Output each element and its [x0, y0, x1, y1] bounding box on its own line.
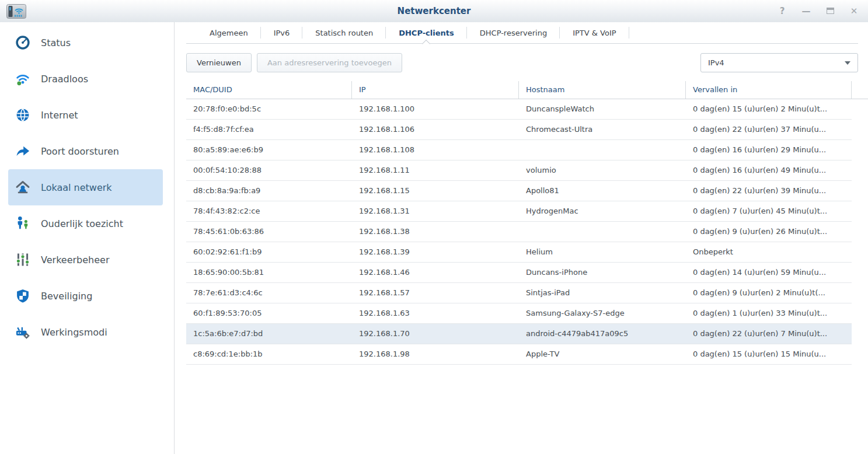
column-header-ip[interactable]: IP [352, 81, 519, 99]
router-app-icon [5, 2, 28, 21]
tab-dhcp-clients[interactable]: DHCP-clients [386, 22, 467, 43]
tab-dhcp-reservering[interactable]: DHCP-reservering [467, 22, 560, 43]
table-row[interactable]: 78:7e:61:d3:c4:6c 192.168.1.57 Sintjas-i… [186, 283, 852, 303]
sidebar-item-internet[interactable]: Internet [8, 97, 163, 133]
cell-expires: 0 dag(en) 7 (u)ur(en) 45 Minu(u)t... [686, 201, 852, 221]
ip-version-value: IPv4 [708, 58, 724, 67]
sidebar-item-verkeerbeheer[interactable]: Verkeerbeheer [8, 242, 163, 278]
cell-mac: 78:7e:61:d3:c4:6c [186, 283, 352, 303]
cell-mac: f4:f5:d8:7f:cf:ea [186, 120, 352, 139]
help-icon[interactable]: ? [778, 7, 787, 16]
cell-hostname [519, 222, 686, 242]
dhcp-clients-table: MAC/DUIDIPHostnaamVervallen in 20:78:f0:… [186, 81, 868, 365]
tab-label: IPTV & VoIP [573, 29, 616, 37]
toolbar: Vernieuwen Aan adresreservering toevoege… [186, 53, 858, 72]
cell-mac: d8:cb:8a:9a:fb:a9 [186, 181, 352, 201]
sidebar-item-label: Internet [41, 110, 78, 121]
cell-expires: 0 dag(en) 15 (u)ur(en) 15 Minu(u... [686, 344, 852, 364]
tab-label: Algemeen [210, 29, 248, 37]
table-row[interactable]: 1c:5a:6b:e7:d7:bd 192.168.1.70 android-c… [186, 324, 852, 344]
cell-ip: 192.168.1.39 [352, 242, 519, 262]
table-row[interactable]: 18:65:90:00:5b:81 192.168.1.46 Duncans-i… [186, 263, 852, 283]
window-title-bar[interactable]: Netwerkcenter ? — ✕ [0, 0, 868, 22]
cell-ip: 192.168.1.100 [352, 99, 519, 119]
cell-mac: 00:0f:54:10:28:88 [186, 160, 352, 180]
cell-mac: 1c:5a:6b:e7:d7:bd [186, 324, 352, 344]
home-icon [14, 179, 32, 196]
refresh-button[interactable]: Vernieuwen [186, 53, 252, 72]
cell-expires: 0 dag(en) 1 (u)ur(en) 33 Minu(u)t... [686, 303, 852, 323]
tab-label: DHCP-clients [399, 29, 454, 37]
cell-mac: 78:4f:43:82:c2:ce [186, 201, 352, 221]
cell-ip: 192.168.1.98 [352, 344, 519, 364]
shield-icon [14, 287, 32, 305]
table-row[interactable]: 78:4f:43:82:c2:ce 192.168.1.31 HydrogenM… [186, 201, 852, 222]
tab-iptv-voip[interactable]: IPTV & VoIP [560, 22, 629, 43]
column-header-vervallen-in[interactable]: Vervallen in [686, 81, 852, 99]
cell-hostname: Helium [519, 242, 686, 262]
main-area: Status Draadloos Internet Poort doorstur… [0, 22, 868, 454]
cell-ip: 192.168.1.106 [352, 120, 519, 139]
sidebar-item-label: Lokaal netwerk [41, 182, 112, 193]
tab-algemeen[interactable]: Algemeen [197, 22, 261, 43]
content-panel: Algemeen IPv6 Statisch routen DHCP-clien… [175, 22, 868, 454]
port-forward-icon [14, 142, 32, 160]
cell-mac: 60:02:92:61:f1:b9 [186, 242, 352, 262]
globe-icon [14, 106, 32, 124]
sidebar-item-beveiliging[interactable]: Beveiliging [8, 278, 163, 314]
cell-expires: 0 dag(en) 22 (u)ur(en) 7 Minu(u)t... [686, 324, 852, 344]
table-row[interactable]: 60:02:92:61:f1:b9 192.168.1.39 Helium On… [186, 242, 852, 263]
cell-expires: 0 dag(en) 22 (u)ur(en) 39 Minu(u... [686, 181, 852, 201]
table-row[interactable]: d8:cb:8a:9a:fb:a9 192.168.1.15 Apollo81 … [186, 181, 852, 201]
add-to-address-reservation-button[interactable]: Aan adresreservering toevoegen [257, 53, 402, 72]
cell-mac: 78:45:61:0b:63:86 [186, 222, 352, 242]
maximize-icon[interactable] [825, 7, 835, 16]
cell-mac: 18:65:90:00:5b:81 [186, 263, 352, 282]
sidebar-item-status[interactable]: Status [8, 25, 163, 61]
sidebar-item-ouderlijk-toezicht[interactable]: Ouderlijk toezicht [8, 205, 163, 242]
column-header-spacer [852, 81, 867, 99]
cell-expires: 0 dag(en) 16 (u)ur(en) 29 Minu(u... [686, 140, 852, 160]
sidebar-item-label: Poort doorsturen [41, 146, 119, 157]
minimize-icon[interactable]: — [801, 7, 811, 16]
cell-expires: 0 dag(en) 15 (u)ur(en) 2 Minu(u)t... [686, 99, 852, 119]
tab-label: IPv6 [274, 29, 290, 37]
table-row[interactable]: 00:0f:54:10:28:88 192.168.1.11 volumio 0… [186, 160, 852, 181]
sidebar-item-draadloos[interactable]: Draadloos [8, 61, 163, 97]
table-row[interactable]: 20:78:f0:e0:bd:5c 192.168.1.100 Duncansp… [186, 99, 852, 120]
cell-hostname: Duncans-iPhone [519, 263, 686, 282]
cell-ip: 192.168.1.57 [352, 283, 519, 303]
sidebar-item-label: Verkeerbeheer [41, 254, 110, 266]
column-header-hostnaam[interactable]: Hostnaam [519, 81, 686, 99]
sidebar-item-label: Werkingsmodi [41, 327, 107, 338]
traffic-sliders-icon [14, 251, 32, 268]
cell-ip: 192.168.1.63 [352, 303, 519, 323]
cell-mac: c8:69:cd:1e:bb:1b [186, 344, 352, 364]
cell-mac: 20:78:f0:e0:bd:5c [186, 99, 352, 119]
table-row[interactable]: f4:f5:d8:7f:cf:ea 192.168.1.106 Chromeca… [186, 120, 852, 140]
ip-version-select[interactable]: IPv4 [700, 53, 858, 72]
sidebar-item-werkingsmodi[interactable]: Werkingsmodi [8, 314, 163, 350]
cell-expires: 0 dag(en) 9 (u)ur(en) 26 Minu(u)t... [686, 222, 852, 242]
tab-statisch-routen[interactable]: Statisch routen [302, 22, 386, 43]
wifi-icon [14, 70, 32, 88]
table-row[interactable]: 80:a5:89:ae:e6:b9 192.168.1.108 0 dag(en… [186, 140, 852, 160]
close-icon[interactable]: ✕ [849, 7, 859, 16]
cell-ip: 192.168.1.46 [352, 263, 519, 282]
sidebar-item-lokaal-netwerk[interactable]: Lokaal netwerk [8, 169, 163, 205]
table-body: 20:78:f0:e0:bd:5c 192.168.1.100 Duncansp… [186, 99, 868, 365]
table-row[interactable]: 78:45:61:0b:63:86 192.168.1.38 0 dag(en)… [186, 222, 852, 242]
tab-bar: Algemeen IPv6 Statisch routen DHCP-clien… [186, 22, 858, 44]
tab-ipv6[interactable]: IPv6 [261, 22, 303, 43]
cell-hostname: volumio [519, 160, 686, 180]
cell-ip: 192.168.1.70 [352, 324, 519, 344]
chevron-down-icon [845, 61, 850, 65]
column-header-mac-duid[interactable]: MAC/DUID [186, 81, 352, 99]
sidebar: Status Draadloos Internet Poort doorstur… [0, 22, 175, 454]
sidebar-item-poort-doorsturen[interactable]: Poort doorsturen [8, 133, 163, 169]
table-row[interactable]: 60:f1:89:53:70:05 192.168.1.63 Samsung-G… [186, 303, 852, 324]
table-row[interactable]: c8:69:cd:1e:bb:1b 192.168.1.98 Apple-TV … [186, 344, 852, 365]
parental-control-icon [14, 215, 32, 232]
cell-mac: 60:f1:89:53:70:05 [186, 303, 352, 323]
cell-hostname: android-c4479ab417a09c5 [519, 324, 686, 344]
